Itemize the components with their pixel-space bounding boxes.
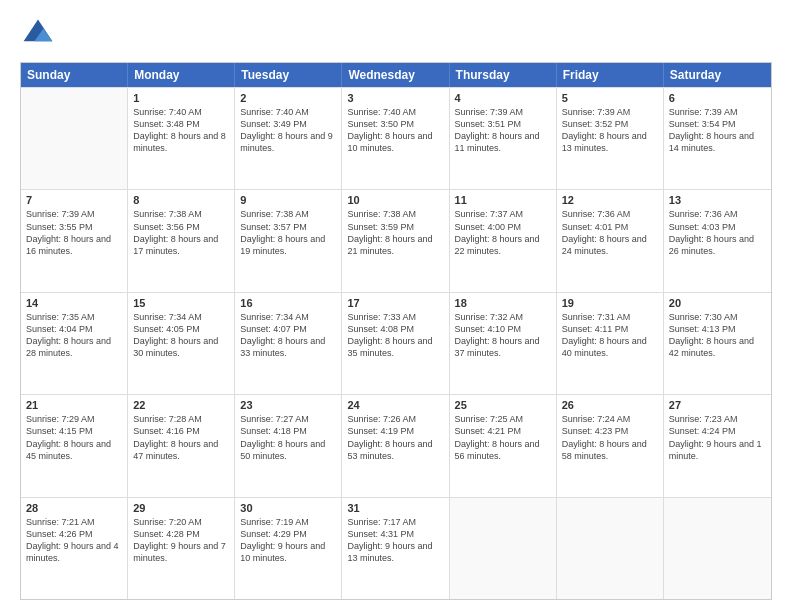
cell-info: Sunrise: 7:21 AM Sunset: 4:26 PM Dayligh… — [26, 516, 122, 565]
day-number: 20 — [669, 297, 766, 309]
cell-info: Sunrise: 7:36 AM Sunset: 4:03 PM Dayligh… — [669, 208, 766, 257]
calendar-header: SundayMondayTuesdayWednesdayThursdayFrid… — [21, 63, 771, 87]
page: SundayMondayTuesdayWednesdayThursdayFrid… — [0, 0, 792, 612]
cell-info: Sunrise: 7:37 AM Sunset: 4:00 PM Dayligh… — [455, 208, 551, 257]
calendar-cell: 8Sunrise: 7:38 AM Sunset: 3:56 PM Daylig… — [128, 190, 235, 291]
cell-info: Sunrise: 7:27 AM Sunset: 4:18 PM Dayligh… — [240, 413, 336, 462]
cell-info: Sunrise: 7:40 AM Sunset: 3:50 PM Dayligh… — [347, 106, 443, 155]
calendar-cell: 20Sunrise: 7:30 AM Sunset: 4:13 PM Dayli… — [664, 293, 771, 394]
cell-info: Sunrise: 7:31 AM Sunset: 4:11 PM Dayligh… — [562, 311, 658, 360]
calendar-row: 14Sunrise: 7:35 AM Sunset: 4:04 PM Dayli… — [21, 292, 771, 394]
cell-info: Sunrise: 7:38 AM Sunset: 3:57 PM Dayligh… — [240, 208, 336, 257]
cell-info: Sunrise: 7:39 AM Sunset: 3:54 PM Dayligh… — [669, 106, 766, 155]
cell-info: Sunrise: 7:29 AM Sunset: 4:15 PM Dayligh… — [26, 413, 122, 462]
calendar-cell: 24Sunrise: 7:26 AM Sunset: 4:19 PM Dayli… — [342, 395, 449, 496]
calendar-cell: 6Sunrise: 7:39 AM Sunset: 3:54 PM Daylig… — [664, 88, 771, 189]
day-number: 1 — [133, 92, 229, 104]
day-number: 3 — [347, 92, 443, 104]
day-number: 29 — [133, 502, 229, 514]
logo-icon — [20, 16, 56, 52]
day-number: 14 — [26, 297, 122, 309]
calendar-row: 28Sunrise: 7:21 AM Sunset: 4:26 PM Dayli… — [21, 497, 771, 599]
calendar: SundayMondayTuesdayWednesdayThursdayFrid… — [20, 62, 772, 600]
cell-info: Sunrise: 7:40 AM Sunset: 3:48 PM Dayligh… — [133, 106, 229, 155]
day-number: 8 — [133, 194, 229, 206]
cell-info: Sunrise: 7:34 AM Sunset: 4:05 PM Dayligh… — [133, 311, 229, 360]
calendar-cell: 7Sunrise: 7:39 AM Sunset: 3:55 PM Daylig… — [21, 190, 128, 291]
day-number: 5 — [562, 92, 658, 104]
day-number: 22 — [133, 399, 229, 411]
calendar-cell: 22Sunrise: 7:28 AM Sunset: 4:16 PM Dayli… — [128, 395, 235, 496]
calendar-row: 1Sunrise: 7:40 AM Sunset: 3:48 PM Daylig… — [21, 87, 771, 189]
calendar-cell — [557, 498, 664, 599]
day-number: 2 — [240, 92, 336, 104]
day-number: 4 — [455, 92, 551, 104]
calendar-cell: 12Sunrise: 7:36 AM Sunset: 4:01 PM Dayli… — [557, 190, 664, 291]
weekday-header: Monday — [128, 63, 235, 87]
calendar-cell: 1Sunrise: 7:40 AM Sunset: 3:48 PM Daylig… — [128, 88, 235, 189]
day-number: 26 — [562, 399, 658, 411]
day-number: 7 — [26, 194, 122, 206]
day-number: 9 — [240, 194, 336, 206]
cell-info: Sunrise: 7:30 AM Sunset: 4:13 PM Dayligh… — [669, 311, 766, 360]
cell-info: Sunrise: 7:35 AM Sunset: 4:04 PM Dayligh… — [26, 311, 122, 360]
cell-info: Sunrise: 7:38 AM Sunset: 3:56 PM Dayligh… — [133, 208, 229, 257]
calendar-cell: 2Sunrise: 7:40 AM Sunset: 3:49 PM Daylig… — [235, 88, 342, 189]
weekday-header: Sunday — [21, 63, 128, 87]
day-number: 16 — [240, 297, 336, 309]
calendar-cell: 11Sunrise: 7:37 AM Sunset: 4:00 PM Dayli… — [450, 190, 557, 291]
day-number: 13 — [669, 194, 766, 206]
day-number: 23 — [240, 399, 336, 411]
weekday-header: Saturday — [664, 63, 771, 87]
calendar-cell — [664, 498, 771, 599]
calendar-cell: 15Sunrise: 7:34 AM Sunset: 4:05 PM Dayli… — [128, 293, 235, 394]
cell-info: Sunrise: 7:23 AM Sunset: 4:24 PM Dayligh… — [669, 413, 766, 462]
cell-info: Sunrise: 7:20 AM Sunset: 4:28 PM Dayligh… — [133, 516, 229, 565]
calendar-cell: 30Sunrise: 7:19 AM Sunset: 4:29 PM Dayli… — [235, 498, 342, 599]
calendar-cell: 21Sunrise: 7:29 AM Sunset: 4:15 PM Dayli… — [21, 395, 128, 496]
cell-info: Sunrise: 7:39 AM Sunset: 3:55 PM Dayligh… — [26, 208, 122, 257]
calendar-cell: 25Sunrise: 7:25 AM Sunset: 4:21 PM Dayli… — [450, 395, 557, 496]
cell-info: Sunrise: 7:40 AM Sunset: 3:49 PM Dayligh… — [240, 106, 336, 155]
weekday-header: Thursday — [450, 63, 557, 87]
day-number: 18 — [455, 297, 551, 309]
day-number: 17 — [347, 297, 443, 309]
day-number: 19 — [562, 297, 658, 309]
calendar-cell: 14Sunrise: 7:35 AM Sunset: 4:04 PM Dayli… — [21, 293, 128, 394]
calendar-row: 7Sunrise: 7:39 AM Sunset: 3:55 PM Daylig… — [21, 189, 771, 291]
day-number: 25 — [455, 399, 551, 411]
day-number: 28 — [26, 502, 122, 514]
calendar-cell: 16Sunrise: 7:34 AM Sunset: 4:07 PM Dayli… — [235, 293, 342, 394]
cell-info: Sunrise: 7:19 AM Sunset: 4:29 PM Dayligh… — [240, 516, 336, 565]
day-number: 24 — [347, 399, 443, 411]
cell-info: Sunrise: 7:36 AM Sunset: 4:01 PM Dayligh… — [562, 208, 658, 257]
day-number: 11 — [455, 194, 551, 206]
calendar-cell: 18Sunrise: 7:32 AM Sunset: 4:10 PM Dayli… — [450, 293, 557, 394]
calendar-cell: 27Sunrise: 7:23 AM Sunset: 4:24 PM Dayli… — [664, 395, 771, 496]
cell-info: Sunrise: 7:26 AM Sunset: 4:19 PM Dayligh… — [347, 413, 443, 462]
calendar-cell: 9Sunrise: 7:38 AM Sunset: 3:57 PM Daylig… — [235, 190, 342, 291]
weekday-header: Wednesday — [342, 63, 449, 87]
cell-info: Sunrise: 7:34 AM Sunset: 4:07 PM Dayligh… — [240, 311, 336, 360]
calendar-cell: 3Sunrise: 7:40 AM Sunset: 3:50 PM Daylig… — [342, 88, 449, 189]
calendar-cell: 26Sunrise: 7:24 AM Sunset: 4:23 PM Dayli… — [557, 395, 664, 496]
cell-info: Sunrise: 7:25 AM Sunset: 4:21 PM Dayligh… — [455, 413, 551, 462]
cell-info: Sunrise: 7:24 AM Sunset: 4:23 PM Dayligh… — [562, 413, 658, 462]
cell-info: Sunrise: 7:39 AM Sunset: 3:52 PM Dayligh… — [562, 106, 658, 155]
calendar-body: 1Sunrise: 7:40 AM Sunset: 3:48 PM Daylig… — [21, 87, 771, 599]
calendar-cell: 4Sunrise: 7:39 AM Sunset: 3:51 PM Daylig… — [450, 88, 557, 189]
day-number: 10 — [347, 194, 443, 206]
cell-info: Sunrise: 7:33 AM Sunset: 4:08 PM Dayligh… — [347, 311, 443, 360]
weekday-header: Tuesday — [235, 63, 342, 87]
cell-info: Sunrise: 7:28 AM Sunset: 4:16 PM Dayligh… — [133, 413, 229, 462]
calendar-cell: 13Sunrise: 7:36 AM Sunset: 4:03 PM Dayli… — [664, 190, 771, 291]
day-number: 31 — [347, 502, 443, 514]
calendar-cell: 17Sunrise: 7:33 AM Sunset: 4:08 PM Dayli… — [342, 293, 449, 394]
day-number: 15 — [133, 297, 229, 309]
day-number: 27 — [669, 399, 766, 411]
logo — [20, 16, 60, 52]
calendar-cell: 31Sunrise: 7:17 AM Sunset: 4:31 PM Dayli… — [342, 498, 449, 599]
calendar-cell: 29Sunrise: 7:20 AM Sunset: 4:28 PM Dayli… — [128, 498, 235, 599]
cell-info: Sunrise: 7:32 AM Sunset: 4:10 PM Dayligh… — [455, 311, 551, 360]
day-number: 30 — [240, 502, 336, 514]
